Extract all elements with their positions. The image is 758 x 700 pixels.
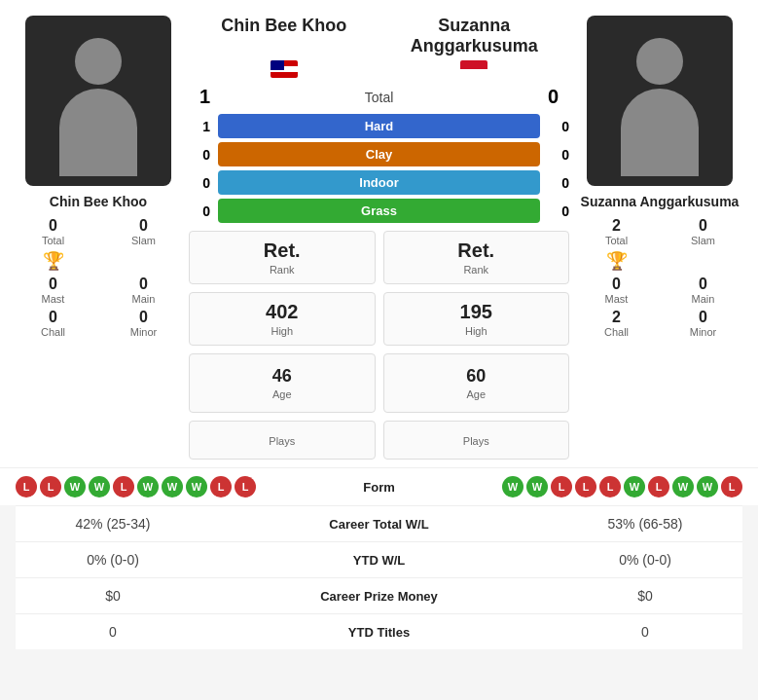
p2-high-label: High bbox=[392, 325, 561, 337]
stats-left: $0 bbox=[16, 588, 210, 604]
stats-center: Career Total W/L bbox=[210, 517, 548, 532]
surface-row-hard: 1 Hard 0 bbox=[189, 114, 569, 138]
stats-table: 42% (25-34) Career Total W/L 53% (66-58)… bbox=[16, 505, 742, 649]
p2-form-badges: WWLLLWLWWL bbox=[428, 476, 743, 497]
indoor-score-left: 0 bbox=[189, 175, 218, 191]
stats-right: 0 bbox=[548, 624, 742, 640]
player-names-row: Chin Bee Khoo Suzanna Anggarkusuma bbox=[189, 16, 569, 56]
surface-rows: 1 Hard 0 0 Clay 0 0 Indoor 0 0 Grass 0 bbox=[189, 114, 569, 223]
p2-minor-label: Minor bbox=[690, 326, 717, 338]
p1-main-value: 0 bbox=[139, 276, 148, 293]
surface-row-indoor: 0 Indoor 0 bbox=[189, 170, 569, 195]
p1-age-value: 46 bbox=[198, 366, 367, 387]
stats-row: 0% (0-0) YTD W/L 0% (0-0) bbox=[16, 541, 742, 577]
p1-slam-value: 0 bbox=[139, 217, 148, 235]
form-badge-l: L bbox=[551, 476, 572, 497]
p1-rank-label: Rank bbox=[198, 264, 367, 276]
form-badge-l: L bbox=[16, 476, 37, 497]
hard-score-right: 0 bbox=[540, 119, 569, 134]
indoor-button[interactable]: Indoor bbox=[218, 170, 540, 195]
plays-boxes: Plays Plays bbox=[189, 421, 569, 460]
p1-total-label: Total bbox=[42, 235, 64, 246]
player1-name: Chin Bee Khoo bbox=[50, 194, 147, 209]
p2-slam-value: 0 bbox=[699, 217, 707, 235]
p2-slam-label: Slam bbox=[691, 235, 715, 246]
p2-main-label: Main bbox=[692, 293, 715, 305]
stats-right: $0 bbox=[548, 588, 742, 604]
p2-rank-value: Ret. bbox=[392, 239, 561, 262]
p1-plays-box: Plays bbox=[189, 421, 376, 460]
p2-name-center: Suzanna Anggarkusuma bbox=[379, 16, 570, 56]
player2-card: Suzanna Anggarkusuma 2 Total 0 Slam 🏆 0 … bbox=[577, 16, 742, 460]
surface-row-clay: 0 Clay 0 bbox=[189, 142, 569, 166]
form-badge-l: L bbox=[235, 476, 256, 497]
p1-name-center: Chin Bee Khoo bbox=[189, 16, 379, 36]
stats-row: 0 YTD Titles 0 bbox=[16, 613, 742, 649]
form-badge-w: W bbox=[526, 476, 548, 497]
p1-slam-label: Slam bbox=[131, 235, 156, 246]
p2-age-label: Age bbox=[392, 388, 561, 400]
form-badge-w: W bbox=[502, 476, 523, 497]
form-badge-l: L bbox=[40, 476, 61, 497]
stats-left: 0% (0-0) bbox=[16, 552, 210, 568]
p1-minor-value: 0 bbox=[139, 309, 148, 326]
stats-center: Career Prize Money bbox=[210, 589, 548, 604]
p1-high-value: 402 bbox=[198, 301, 367, 323]
form-badge-l: L bbox=[599, 476, 621, 497]
player2-flag bbox=[460, 60, 487, 78]
stats-right: 53% (66-58) bbox=[548, 516, 742, 532]
stats-right: 0% (0-0) bbox=[548, 552, 742, 568]
player2-avatar bbox=[587, 16, 733, 186]
p2-trophy-icon: 🏆 bbox=[606, 250, 628, 272]
form-badge-l: L bbox=[648, 476, 669, 497]
rank-boxes: Ret. Rank Ret. Rank bbox=[189, 231, 569, 284]
p2-high-value: 195 bbox=[392, 301, 561, 323]
stats-row: $0 Career Prize Money $0 bbox=[16, 577, 742, 613]
form-badge-w: W bbox=[64, 476, 86, 497]
player1-stats: 0 Total 0 Slam 🏆 0 Mast 0 Main 0 Chall bbox=[16, 217, 181, 338]
p2-total-value: 2 bbox=[612, 217, 621, 235]
p1-total-value: 0 bbox=[49, 217, 57, 235]
grass-score-right: 0 bbox=[540, 203, 569, 219]
form-badge-l: L bbox=[113, 476, 134, 497]
form-badge-w: W bbox=[697, 476, 718, 497]
grass-score-left: 0 bbox=[189, 203, 218, 219]
form-badge-w: W bbox=[89, 476, 110, 497]
stats-center: YTD Titles bbox=[210, 625, 548, 640]
total-label: Total bbox=[218, 90, 540, 105]
p1-age-box: 46 Age bbox=[189, 353, 376, 413]
total-score-row: 1 Total 0 bbox=[189, 86, 569, 108]
p2-total-label: Total bbox=[605, 235, 628, 246]
p1-main-label: Main bbox=[132, 293, 156, 305]
p2-plays-label: Plays bbox=[392, 435, 561, 447]
form-section: LLWWLWWWLL Form WWLLLWLWWL bbox=[0, 467, 758, 505]
grass-button[interactable]: Grass bbox=[218, 199, 540, 223]
stats-row: 42% (25-34) Career Total W/L 53% (66-58) bbox=[16, 505, 742, 541]
p2-rank-label: Rank bbox=[392, 264, 561, 276]
stats-center: YTD W/L bbox=[210, 553, 548, 568]
p1-trophy-icon: 🏆 bbox=[43, 250, 64, 272]
hard-score-left: 1 bbox=[189, 119, 218, 134]
indoor-score-right: 0 bbox=[540, 175, 569, 191]
clay-score-left: 0 bbox=[189, 147, 218, 163]
clay-button[interactable]: Clay bbox=[218, 142, 540, 166]
stats-left: 42% (25-34) bbox=[16, 516, 210, 532]
p2-mast-value: 0 bbox=[612, 276, 621, 293]
form-label: Form bbox=[331, 480, 428, 495]
stats-left: 0 bbox=[16, 624, 210, 640]
high-boxes: 402 High 195 High bbox=[189, 292, 569, 346]
p1-chall-label: Chall bbox=[41, 326, 65, 338]
p1-minor-label: Minor bbox=[130, 326, 158, 338]
score-right: 0 bbox=[540, 86, 569, 108]
middle-section: Chin Bee Khoo Suzanna Anggarkusuma 1 Tot… bbox=[181, 16, 577, 460]
p1-rank-value: Ret. bbox=[198, 239, 367, 262]
p1-rank-box: Ret. Rank bbox=[189, 231, 376, 284]
p1-high-label: High bbox=[198, 325, 367, 337]
p1-age-label: Age bbox=[198, 388, 367, 400]
clay-score-right: 0 bbox=[540, 147, 569, 163]
form-badge-w: W bbox=[672, 476, 694, 497]
p1-chall-value: 0 bbox=[49, 309, 57, 326]
player1-card: Chin Bee Khoo 0 Total 0 Slam 🏆 0 Mast 0 … bbox=[16, 16, 181, 460]
form-badge-w: W bbox=[624, 476, 645, 497]
hard-button[interactable]: Hard bbox=[218, 114, 540, 138]
